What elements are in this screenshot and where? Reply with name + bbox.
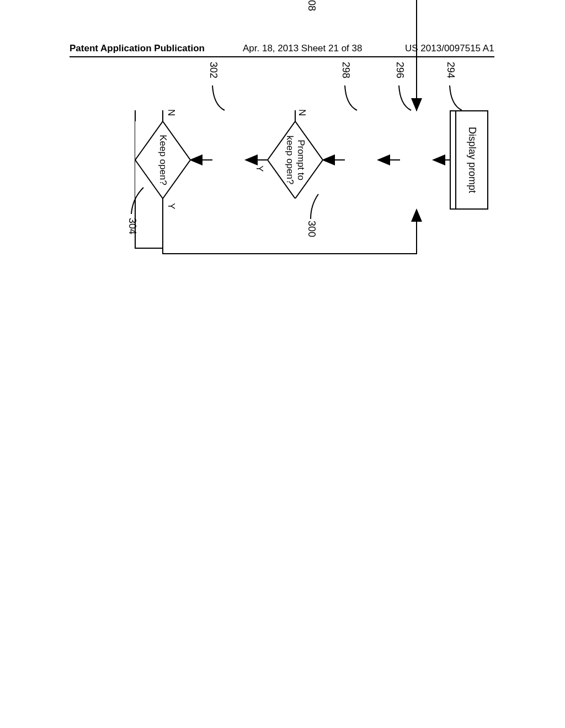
ref-304: 304 (126, 218, 138, 234)
ref-308: 308 (306, 0, 317, 11)
ref-296: 296 (394, 62, 406, 78)
edge-300-y: Y (254, 165, 265, 172)
flowchart-connectors-ext (19, 0, 516, 552)
ref-leader-298 (340, 83, 357, 113)
process-text: Display prompt (466, 127, 478, 193)
decision-text: Keep open? (157, 135, 168, 185)
ref-300: 300 (306, 221, 317, 237)
ref-302: 302 (207, 62, 219, 78)
decision-text: Prompt to keep open? (284, 136, 306, 185)
ref-leader-304 (127, 188, 143, 218)
ref-298: 298 (340, 62, 351, 78)
ref-leader-296 (395, 83, 411, 113)
decision-prompt-keep-open: Prompt to keep open? (268, 121, 323, 199)
decision-keep-open: Keep open? (135, 121, 190, 199)
edge-300-n: N (296, 109, 307, 116)
ref-294: 294 (445, 62, 456, 78)
edge-304-y: Y (166, 203, 177, 209)
edge-304-n: N (166, 109, 177, 116)
process-display-prompt: Display prompt (455, 110, 488, 210)
ref-leader-300 (306, 194, 323, 222)
ref-leader-294 (445, 83, 462, 113)
flowchart: Receive data for dossier UI(s) 294 Displ… (47, 110, 488, 524)
ref-leader-302 (208, 83, 225, 113)
